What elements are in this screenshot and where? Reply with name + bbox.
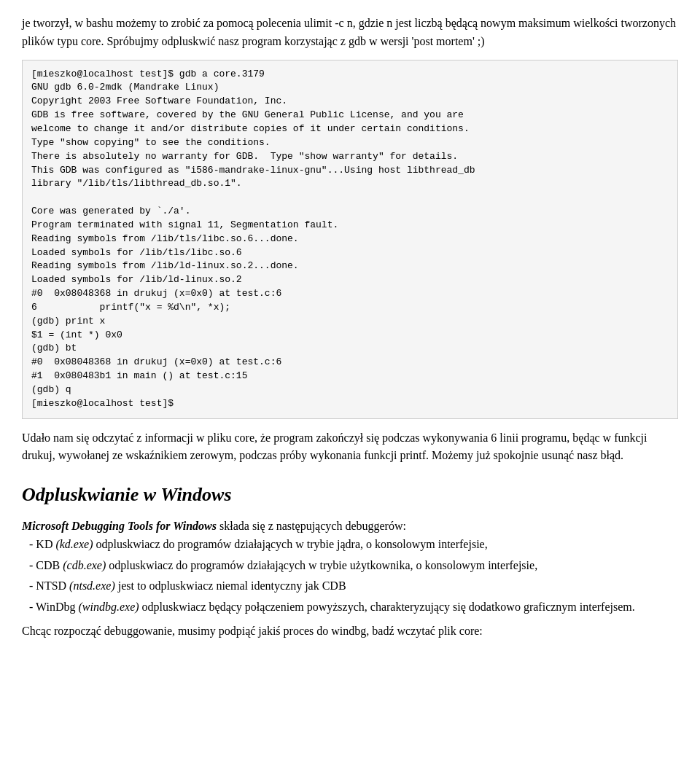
list-item: - KD (kd.exe) odpluskwiacz do programów … (29, 536, 678, 554)
list-item-prefix: - KD (29, 538, 55, 550)
intro-paragraph: je tworzył, w bashu możemy to zrobić za … (22, 15, 678, 51)
section-lead: Microsoft Debugging Tools for Windows sk… (22, 517, 678, 536)
section-title: Odpluskwianie w Windows (22, 482, 678, 507)
list-item: - CDB (cdb.exe) odpluskwiacz do programó… (29, 557, 678, 575)
debugger-list: - KD (kd.exe) odpluskwiacz do programów … (22, 536, 678, 617)
list-item-prefix: - CDB (29, 559, 63, 571)
lead-rest: składa się z następujących debuggerów: (217, 520, 406, 532)
list-item-prefix: - WinDbg (29, 601, 79, 613)
closing-text: Chcąc rozpocząć debuggowanie, musimy pod… (22, 622, 678, 641)
list-item-rest: odpluskwiacz będący połączeniem powyższy… (139, 601, 635, 613)
list-item-rest: odpluskwiacz do programów działających w… (106, 559, 537, 571)
list-item-italic: (cdb.exe) (63, 559, 106, 571)
list-item-rest: jest to odpluskwiacz niemal identyczny j… (115, 579, 346, 592)
summary-paragraph: Udało nam się odczytać z informacji w pl… (22, 429, 678, 466)
list-item-italic: (windbg.exe) (79, 601, 139, 613)
list-item-italic: (ntsd.exe) (69, 579, 115, 592)
section-body: Microsoft Debugging Tools for Windows sk… (22, 517, 678, 641)
lead-bold-italic: Microsoft Debugging Tools for Windows (22, 520, 217, 532)
windows-section: Odpluskwianie w Windows Microsoft Debugg… (22, 482, 678, 641)
list-item: - NTSD (ntsd.exe) jest to odpluskwiacz n… (29, 577, 678, 595)
list-item: - WinDbg (windbg.exe) odpluskwiacz będąc… (29, 598, 678, 617)
list-item-rest: odpluskwiacz do programów działających w… (93, 538, 488, 550)
code-block: [mieszko@localhost test]$ gdb a core.317… (22, 60, 678, 419)
list-item-italic: (kd.exe) (55, 538, 93, 550)
list-item-prefix: - NTSD (29, 579, 69, 592)
